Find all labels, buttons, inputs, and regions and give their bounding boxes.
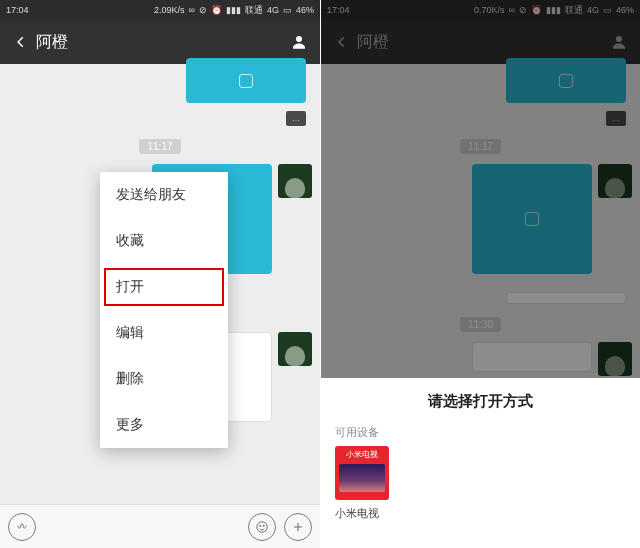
timestamp-row: 11:17 [0, 130, 320, 160]
avatar[interactable] [278, 164, 312, 198]
device-name: 小米电视 [335, 506, 379, 521]
message-row: … [0, 107, 320, 130]
device-tile[interactable]: 小米电视 [335, 446, 389, 500]
context-menu-item[interactable]: 编辑 [100, 310, 228, 356]
profile-button[interactable] [288, 33, 310, 51]
svg-point-3 [263, 525, 264, 526]
battery-icon: ▭ [283, 5, 292, 15]
timestamp: 11:17 [139, 139, 180, 154]
back-button[interactable] [10, 35, 32, 49]
context-menu-item[interactable]: 打开 [100, 264, 228, 310]
open-with-sheet: 请选择打开方式 可用设备 小米电视 小米电视 [321, 378, 640, 548]
signal-icon: ▮▮▮ [226, 5, 241, 15]
message-row [0, 54, 320, 107]
device-tile-label: 小米电视 [346, 446, 378, 460]
svg-point-2 [260, 525, 261, 526]
context-menu: 发送给朋友收藏打开编辑删除更多 [100, 172, 228, 448]
svg-point-0 [296, 36, 302, 42]
sheet-section-label: 可用设备 [321, 411, 640, 446]
status-time: 17:04 [6, 5, 29, 15]
context-menu-item[interactable]: 更多 [100, 402, 228, 448]
context-menu-item[interactable]: 删除 [100, 356, 228, 402]
voice-button[interactable] [8, 513, 36, 541]
emoji-button[interactable] [248, 513, 276, 541]
avatar[interactable] [278, 332, 312, 366]
sheet-title: 请选择打开方式 [321, 392, 640, 411]
device-option[interactable]: 小米电视 小米电视 [321, 446, 640, 521]
status-bar: 17:04 2.09K/s ∞ ⊘ ⏰ ▮▮▮ 联通 4G ▭ 46% [0, 0, 320, 20]
chat-title: 阿橙 [32, 32, 288, 53]
svg-point-1 [257, 521, 268, 532]
tv-icon [339, 464, 385, 492]
status-speed: 2.09K/s [154, 5, 185, 15]
status-carrier: 联通 [245, 4, 263, 17]
chat-footer [0, 504, 320, 548]
alarm-icon: ⏰ [211, 5, 222, 15]
context-menu-item[interactable]: 收藏 [100, 218, 228, 264]
image-message[interactable] [186, 58, 306, 103]
phone-right: 17:04 0.70K/s ∞ ⊘ ⏰ ▮▮▮ 联通 4G ▭ 46% 阿橙 …… [320, 0, 640, 548]
dnd-icon: ⊘ [199, 5, 207, 15]
link-icon: ∞ [189, 5, 195, 15]
plus-button[interactable] [284, 513, 312, 541]
phone-left: 17:04 2.09K/s ∞ ⊘ ⏰ ▮▮▮ 联通 4G ▭ 46% 阿橙 …… [0, 0, 320, 548]
caption-message[interactable]: … [286, 111, 306, 126]
context-menu-item[interactable]: 发送给朋友 [100, 172, 228, 218]
status-battery: 46% [296, 5, 314, 15]
status-net: 4G [267, 5, 279, 15]
